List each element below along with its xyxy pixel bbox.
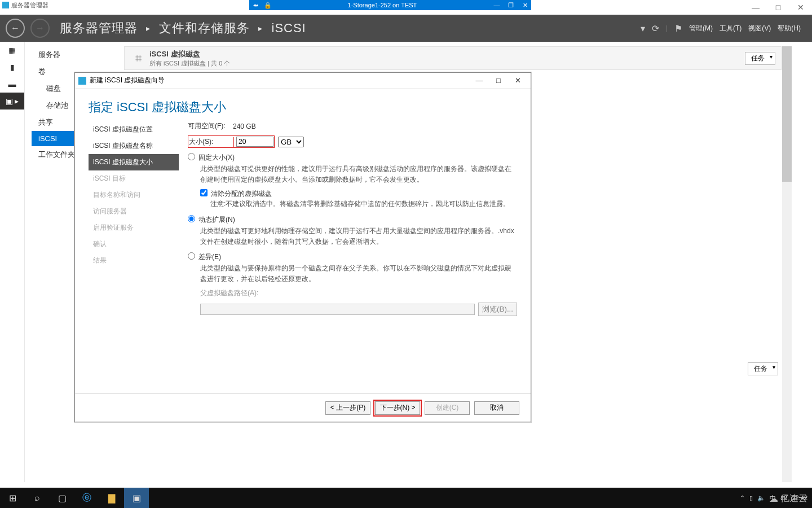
fixed-desc: 此类型的磁盘可提供更好的性能，建议用于运行具有高级别磁盘活动的应用程序的服务器。…: [200, 164, 517, 185]
radio-diff[interactable]: [188, 252, 195, 260]
explorer-icon[interactable]: ▇: [99, 488, 124, 508]
diff-desc: 此类型的磁盘与要保持原样的另一个磁盘之间存在父子关系。你可以在不影响父磁盘的情况…: [200, 263, 517, 284]
panel-header: ⌗ iSCSI 虚拟磁盘 所有 iSCSI 虚拟磁盘 | 共 0 个 任务: [124, 46, 782, 70]
outer-window-controls: — □ ✕: [744, 0, 812, 15]
wizard-dialog: 新建 iSCSI 虚拟磁盘向导 — □ ✕ 指定 iSCSI 虚拟磁盘大小 iS…: [74, 72, 531, 422]
wizard-min-button[interactable]: —: [470, 76, 489, 85]
prev-button[interactable]: < 上一步(P): [325, 401, 370, 415]
next-button[interactable]: 下一步(N) >: [375, 401, 420, 415]
tasks-dropdown[interactable]: 任务: [745, 52, 775, 65]
taskview-icon[interactable]: ▢: [50, 488, 74, 508]
outer-close-button[interactable]: ✕: [789, 3, 812, 12]
vm-title: 1-Storage1-252 on TEST: [274, 2, 491, 8]
step-confirm: 确认: [89, 236, 179, 252]
scrollbar-thumb[interactable]: [782, 46, 792, 182]
step-location[interactable]: iSCSI 虚拟磁盘位置: [89, 121, 179, 138]
menu-help[interactable]: 帮助(H): [778, 24, 801, 33]
pin-icon[interactable]: ⇴: [249, 2, 262, 9]
dropdown-indicator[interactable]: ▾: [641, 23, 645, 34]
chevron-right-icon: ▸: [146, 24, 151, 33]
dyn-label: 动态扩展(N): [198, 216, 235, 224]
panel-title: iSCSI 虚拟磁盘: [149, 49, 230, 59]
search-icon[interactable]: ⌕: [25, 488, 50, 508]
tool-storage-icon[interactable]: ▣ ▸: [0, 93, 24, 110]
watermark-text: 亿速云: [780, 493, 807, 505]
vm-close-button[interactable]: ✕: [519, 2, 531, 9]
cloud-icon: ☁: [769, 493, 778, 504]
left-toolstrip: ▦ ▮ ▬ ▣ ▸: [0, 42, 25, 482]
outer-max-button[interactable]: □: [767, 3, 789, 12]
wizard-max-button[interactable]: □: [489, 76, 508, 85]
server-manager-taskbar-icon[interactable]: ▣: [124, 488, 149, 508]
wizard-footer: < 上一步(P) 下一步(N) > 创建(C) 取消: [75, 393, 531, 422]
avail-value: 240 GB: [233, 122, 256, 130]
tasks-dropdown-lower[interactable]: 任务: [748, 362, 778, 375]
scrollbar[interactable]: [782, 46, 792, 482]
fixed-label: 固定大小(X): [198, 154, 235, 161]
size-entry-highlight: 大小(S):: [188, 135, 275, 148]
step-target-name: 目标名称和访问: [89, 187, 179, 203]
tool-dashboard-icon[interactable]: ▦: [0, 42, 24, 59]
size-input[interactable]: [236, 137, 273, 147]
app-icon: [2, 2, 9, 8]
taskbar: ⊞ ⌕ ▢ ⓔ ▇ ▣ ⌃ ▯ 🔈 中 20 22:42: [0, 488, 812, 508]
wizard-content: 可用空间(F): 240 GB 大小(S): GB 固定大小(X) 此类型的磁盘…: [179, 121, 517, 392]
parent-label: 父虚拟磁盘路径(A):: [200, 288, 517, 299]
outer-min-button[interactable]: —: [744, 3, 767, 12]
refresh-icon[interactable]: ⟳: [652, 23, 659, 34]
vm-connection-bar: ⇴ 🔒 1-Storage1-252 on TEST — ❐ ✕: [249, 0, 531, 10]
menu-view[interactable]: 视图(V): [748, 24, 771, 33]
app-title-text: 服务器管理器: [11, 1, 48, 10]
watermark: ☁ 亿速云: [769, 493, 807, 505]
ie-icon[interactable]: ⓔ: [74, 488, 99, 508]
start-button[interactable]: ⊞: [0, 488, 25, 508]
flag-icon[interactable]: ⚑: [674, 23, 682, 34]
crumb-root[interactable]: 服务器管理器: [60, 21, 138, 35]
lock-icon: 🔒: [262, 2, 274, 9]
step-name[interactable]: iSCSI 虚拟磁盘名称: [89, 138, 179, 154]
wizard-titlebar[interactable]: 新建 iSCSI 虚拟磁盘向导 — □ ✕: [75, 73, 531, 89]
wizard-close-button[interactable]: ✕: [508, 76, 527, 85]
tray-network-icon[interactable]: ▯: [749, 494, 753, 502]
tool-all-icon[interactable]: ▬: [0, 76, 24, 93]
vm-restore-button[interactable]: ❐: [505, 2, 517, 9]
size-unit-select[interactable]: GB: [278, 137, 304, 147]
step-auth: 启用验证服务: [89, 220, 179, 236]
wizard-heading: 指定 iSCSI 虚拟磁盘大小: [75, 89, 531, 121]
size-label: 大小(S):: [189, 137, 234, 147]
step-target: iSCSI 目标: [89, 170, 179, 187]
nav-server[interactable]: 服务器: [32, 46, 115, 63]
avail-label: 可用空间(F):: [188, 121, 233, 131]
tray-up-icon[interactable]: ⌃: [740, 494, 745, 502]
crumb-section[interactable]: 文件和存储服务: [159, 21, 250, 35]
browse-button: 浏览(B)...: [478, 303, 517, 316]
menu-tools[interactable]: 工具(T): [720, 24, 742, 33]
wizard-title-text: 新建 iSCSI 虚拟磁盘向导: [90, 76, 165, 85]
disk-icon: ⌗: [130, 50, 146, 66]
vm-min-button[interactable]: —: [491, 2, 503, 8]
tool-local-icon[interactable]: ▮: [0, 59, 24, 76]
tray-sound-icon[interactable]: 🔈: [757, 494, 765, 502]
back-button[interactable]: ←: [6, 19, 25, 38]
cancel-button[interactable]: 取消: [474, 401, 519, 415]
clear-note: 注意:不建议取消选中。将磁盘清零将删除基础存储中遗留的任何数据碎片，因此可以防止…: [210, 199, 517, 209]
step-result: 结果: [89, 252, 179, 269]
header-bar: ← → 服务器管理器 ▸ 文件和存储服务 ▸ iSCSI ▾ ⟳ | ⚑ 管理(…: [0, 15, 812, 42]
create-button: 创建(C): [425, 401, 470, 415]
step-size[interactable]: iSCSI 虚拟磁盘大小: [89, 154, 179, 170]
crumb-page[interactable]: iSCSI: [272, 21, 306, 35]
menu-manage[interactable]: 管理(M): [689, 24, 713, 33]
panel-subtitle: 所有 iSCSI 虚拟磁盘 | 共 0 个: [149, 59, 230, 68]
wizard-icon: [78, 77, 86, 85]
chevron-right-icon: ▸: [258, 24, 263, 33]
wizard-steps: iSCSI 虚拟磁盘位置 iSCSI 虚拟磁盘名称 iSCSI 虚拟磁盘大小 i…: [89, 121, 179, 392]
dyn-desc: 此类型的磁盘可更好地利用物理存储空间，建议用于运行不占用大量磁盘空间的应用程序的…: [200, 226, 517, 247]
radio-dynamic[interactable]: [188, 215, 195, 222]
breadcrumb: 服务器管理器 ▸ 文件和存储服务 ▸ iSCSI: [60, 20, 306, 37]
app-titlebar: 服务器管理器: [0, 0, 48, 10]
radio-fixed[interactable]: [188, 153, 195, 160]
parent-path-input: [200, 304, 475, 315]
forward-button[interactable]: →: [30, 19, 50, 38]
diff-label: 差异(E): [198, 253, 221, 261]
checkbox-clear[interactable]: [200, 189, 208, 196]
